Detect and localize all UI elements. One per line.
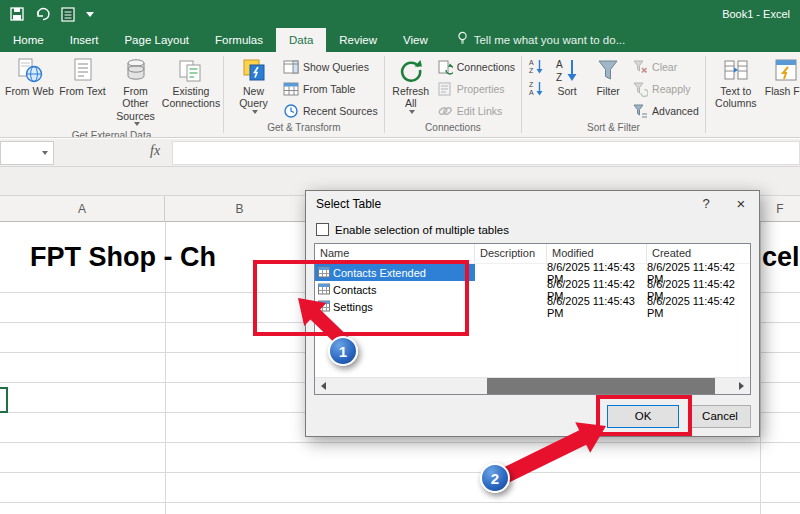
sort-z-to-a-icon[interactable]: ZA [528,80,544,96]
step-badge-1: 1 [328,336,358,366]
column-header-name[interactable]: Name [315,244,475,263]
name-box[interactable] [0,141,54,165]
from-table-button[interactable]: From Table [280,80,381,98]
dialog-title-bar[interactable]: Select Table ? × [306,191,759,217]
from-web-label: From Web [5,85,54,97]
text-to-columns-icon [723,57,749,83]
quick-access-toolbar [0,7,94,22]
column-header-description[interactable]: Description [475,244,547,263]
group-label-connections: Connections [385,121,521,137]
svg-text:A: A [529,59,534,66]
selected-cell-border [0,387,8,413]
recent-sources-button[interactable]: Recent Sources [280,102,381,120]
from-other-sources-button[interactable]: From Other Sources [109,54,162,129]
table-icon [318,266,330,280]
refresh-all-icon [398,57,424,83]
grid-line [0,472,800,473]
edit-links-label: Edit Links [457,105,503,117]
advanced-filter-label: Advanced [652,105,699,117]
sort-a-to-z-icon[interactable]: AZ [528,58,544,74]
sort-button[interactable]: AZ Sort [547,54,587,100]
grid-line [760,222,761,514]
scroll-right-icon[interactable] [733,378,750,394]
new-query-button[interactable]: New Query [227,54,280,117]
refresh-all-button[interactable]: Refresh All [388,54,434,117]
clear-filter-icon [632,59,648,75]
tell-me-label: Tell me what you want to do... [474,28,626,52]
from-text-icon [70,57,96,83]
table-icon [318,283,330,297]
undo-icon[interactable] [35,7,50,21]
save-icon[interactable] [10,7,24,21]
multiple-tables-checkbox-row[interactable]: Enable selection of multiple tables [316,223,509,236]
ribbon-data: From Web From Text From Other Sources Ex… [0,52,800,138]
show-queries-button[interactable]: Show Queries [280,58,381,76]
tab-page-layout[interactable]: Page Layout [111,28,202,52]
insert-function-button[interactable]: fx [150,143,160,159]
name-box-caret-icon [42,151,48,155]
from-web-icon [17,57,43,83]
existing-connections-label: Existing Connections [162,85,220,110]
table-modified: 8/6/2025 11:45:43 PM [547,295,647,319]
close-icon[interactable]: × [725,191,757,217]
tab-insert[interactable]: Insert [57,28,112,52]
horizontal-scrollbar[interactable] [315,377,750,394]
customize-quick-access-icon[interactable] [86,12,94,17]
step-badge-2: 2 [480,463,510,493]
checkbox-unchecked[interactable] [316,223,329,236]
tell-me-box[interactable]: Tell me what you want to do... [457,28,626,52]
reapply-label: Reapply [652,83,691,95]
tab-home[interactable]: Home [0,28,57,52]
recent-sources-label: Recent Sources [303,105,378,117]
table-row[interactable]: Settings 8/6/2025 11:45:43 PM 8/6/2025 1… [315,298,750,315]
column-header-b[interactable]: B [165,196,315,222]
svg-text:Z: Z [556,72,562,83]
svg-text:A: A [529,89,534,96]
tab-view[interactable]: View [390,28,441,52]
scroll-left-icon[interactable] [315,378,332,394]
tab-formulas[interactable]: Formulas [202,28,276,52]
svg-text:Z: Z [529,81,534,88]
show-queries-label: Show Queries [303,61,369,73]
table-list[interactable]: Name Description Modified Created Contac… [314,243,751,395]
grid-line [0,442,800,443]
flash-fill-label: Flash Fill [765,85,800,97]
from-web-button[interactable]: From Web [3,54,56,100]
from-text-button[interactable]: From Text [56,54,109,100]
from-text-label: From Text [59,85,105,97]
cancel-button[interactable]: Cancel [689,405,751,428]
connections-label: Connections [457,61,515,73]
formula-input[interactable] [172,141,800,165]
group-get-external-data: From Web From Text From Other Sources Ex… [0,52,223,137]
database-icon [123,57,149,83]
help-button[interactable]: ? [691,191,721,217]
text-to-columns-button[interactable]: Text to Columns [709,54,763,113]
group-connections: Refresh All Connections Properties Edit … [385,52,521,137]
recent-sources-icon [283,103,299,119]
properties-button: Properties [434,80,518,98]
table-name: Settings [333,301,373,313]
group-get-transform: New Query Show Queries From Table Recent… [224,52,384,137]
filter-button[interactable]: Filter [587,54,629,100]
title-bar: Book1 - Excel [0,0,800,28]
scrollbar-thumb[interactable] [487,378,715,394]
column-header-a[interactable]: A [0,196,165,222]
ok-button[interactable]: OK [607,405,679,428]
tab-review[interactable]: Review [326,28,390,52]
column-header-f[interactable]: F [760,196,800,222]
flash-fill-button[interactable]: Flash Fill [763,54,800,100]
table-created: 8/6/2025 11:45:42 PM [647,295,750,319]
checkbox-label: Enable selection of multiple tables [335,224,509,236]
ribbon-tab-bar: Home Insert Page Layout Formulas Data Re… [0,28,800,52]
advanced-filter-button[interactable]: Advanced [629,102,702,120]
dropdown-caret-icon [252,110,258,114]
existing-connections-button[interactable]: Existing Connections [162,54,220,113]
connections-button[interactable]: Connections [434,58,518,76]
dropdown-caret-icon [134,122,140,126]
flash-fill-icon [773,57,799,83]
group-label-get-external-data: Get External Data [0,129,223,138]
group-label-data-tools [706,121,800,137]
tab-data[interactable]: Data [276,28,326,52]
table-name: Contacts Extended [333,267,426,279]
from-table-label: From Table [303,83,355,95]
